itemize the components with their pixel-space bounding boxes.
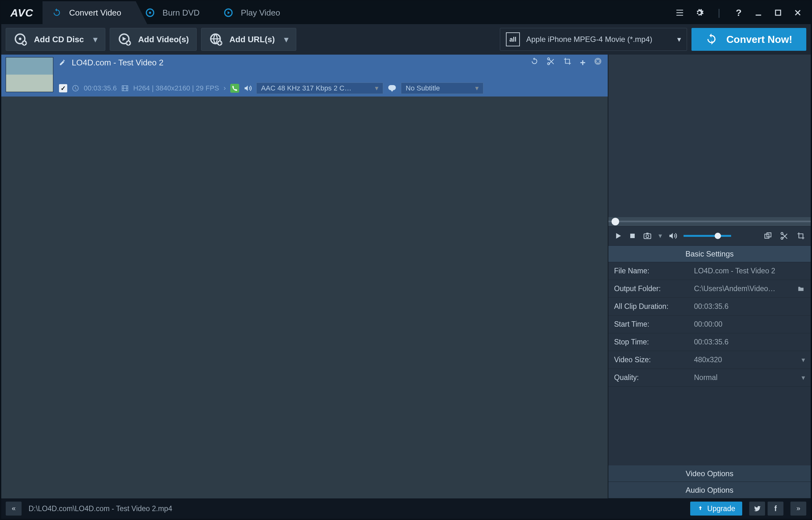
button-label: Upgrade <box>707 504 735 513</box>
button-label: Add CD Disc <box>34 34 84 45</box>
maximize-icon[interactable] <box>773 7 783 18</box>
value[interactable]: 00:00:00 <box>694 320 723 329</box>
svg-rect-3 <box>776 10 781 15</box>
audio-track-select[interactable]: AAC 48 KHz 317 Kbps 2 C… ▾ <box>256 82 383 94</box>
twitter-icon[interactable] <box>749 501 765 516</box>
svg-point-22 <box>781 232 783 235</box>
tab-play-video[interactable]: Play Video <box>214 1 295 24</box>
volume-icon[interactable] <box>668 231 677 240</box>
refresh-icon <box>51 7 62 18</box>
output-profile-select[interactable]: all Apple iPhone MPEG-4 Movie (*.mp4) ▾ <box>500 28 687 51</box>
globe-plus-icon <box>209 32 223 46</box>
clock-icon <box>72 84 79 92</box>
help-icon[interactable]: ? <box>733 7 744 18</box>
gear-icon[interactable] <box>694 7 705 18</box>
caret-down-icon: ▾ <box>677 35 681 44</box>
svg-rect-16 <box>388 85 396 90</box>
upload-icon <box>697 505 703 512</box>
setting-quality[interactable]: Quality: Normal▾ <box>608 369 811 387</box>
button-label: Convert Now! <box>726 34 792 45</box>
add-videos-button[interactable]: Add Video(s) <box>110 28 197 51</box>
svg-point-19 <box>646 235 649 238</box>
label: File Name: <box>608 267 694 275</box>
tab-burn-dvd[interactable]: Burn DVD <box>136 1 214 24</box>
upgrade-button[interactable]: Upgrade <box>690 501 742 516</box>
label: Quality: <box>608 373 694 382</box>
stop-icon[interactable] <box>629 232 636 240</box>
speaker-icon <box>244 84 252 93</box>
disc-plus-icon <box>13 32 28 46</box>
minimize-icon[interactable] <box>753 7 764 18</box>
subtitle-select[interactable]: No Subtitle ▾ <box>401 82 483 94</box>
caret-down-icon: ▾ <box>93 34 97 45</box>
crop-icon[interactable] <box>797 232 805 240</box>
pop-out-icon[interactable] <box>764 232 772 240</box>
value[interactable]: C:\Users\Andem\Video… <box>694 284 776 293</box>
button-label: Add Video(s) <box>138 34 189 45</box>
video-info-text: H264 | 3840x2160 | 29 FPS <box>133 84 219 93</box>
svg-point-5 <box>19 37 21 40</box>
setting-stop-time: Stop Time: 00:03:35.6 <box>608 333 811 351</box>
profile-badge-icon: all <box>506 32 520 46</box>
convert-now-button[interactable]: Convert Now! <box>692 28 806 51</box>
caret-down-icon: ▾ <box>375 84 379 93</box>
add-icon[interactable]: + <box>580 57 586 68</box>
play-circle-icon <box>223 7 234 18</box>
value[interactable]: LO4D.com - Test Video 2 <box>694 267 775 275</box>
setting-file-name: File Name: LO4D.com - Test Video 2 <box>608 262 811 280</box>
video-preview <box>608 55 811 217</box>
collapse-left-button[interactable]: « <box>6 501 22 516</box>
svg-point-11 <box>548 58 550 60</box>
facebook-icon[interactable]: f <box>767 501 783 516</box>
audio-label: AAC 48 KHz 317 Kbps 2 C… <box>261 84 352 93</box>
value: 00:03:35.6 <box>694 302 729 311</box>
menu-icon[interactable] <box>674 7 685 18</box>
app-logo: AVC <box>1 1 43 24</box>
setting-video-size[interactable]: Video Size: 480x320▾ <box>608 351 811 369</box>
caret-down-icon: ▾ <box>475 84 479 93</box>
play-icon[interactable] <box>614 232 622 240</box>
scissors-icon[interactable] <box>547 57 555 68</box>
video-plus-icon <box>118 32 132 46</box>
value: Normal <box>694 373 718 382</box>
label: All Clip Duration: <box>608 302 694 311</box>
volume-slider[interactable] <box>683 235 731 237</box>
pencil-icon[interactable] <box>59 59 66 66</box>
folder-icon[interactable] <box>797 285 805 292</box>
add-urls-button[interactable]: Add URL(s) ▾ <box>201 28 296 51</box>
divider: | <box>714 7 724 18</box>
remove-icon[interactable] <box>594 57 602 68</box>
crop-icon[interactable] <box>563 57 571 68</box>
scissors-icon[interactable] <box>780 232 788 240</box>
status-path: D:\LO4D.com\LO4D.com - Test Video 2.mp4 <box>29 504 683 513</box>
svg-rect-17 <box>630 234 635 238</box>
value[interactable]: 00:03:35.6 <box>694 338 729 346</box>
phone-icon <box>230 84 239 93</box>
refresh-icon <box>705 33 718 46</box>
svg-point-23 <box>781 237 783 239</box>
svg-point-1 <box>149 12 151 14</box>
video-item[interactable]: LO4D.com - Test Video 2 + ✓ 00:03:35.6 <box>1 55 608 97</box>
checkbox-icon[interactable]: ✓ <box>59 84 67 93</box>
expand-right-button[interactable]: » <box>790 501 806 516</box>
tab-label: Convert Video <box>69 8 121 18</box>
video-options-header[interactable]: Video Options <box>608 465 811 482</box>
disc-icon <box>145 7 156 18</box>
seek-slider[interactable] <box>608 217 811 226</box>
basic-settings-header: Basic Settings <box>608 246 811 262</box>
tab-convert-video[interactable]: Convert Video <box>43 1 136 24</box>
profile-label: Apple iPhone MPEG-4 Movie (*.mp4) <box>526 35 671 44</box>
audio-options-header[interactable]: Audio Options <box>608 482 811 498</box>
label: Output Folder: <box>608 284 694 293</box>
caret-down-icon: ▾ <box>802 356 805 364</box>
value: 480x320 <box>694 356 722 364</box>
add-cd-disc-button[interactable]: Add CD Disc ▾ <box>6 28 105 51</box>
close-icon[interactable] <box>792 7 803 18</box>
video-thumbnail <box>6 57 53 92</box>
svg-point-12 <box>548 62 550 65</box>
snapshot-icon[interactable] <box>643 232 652 240</box>
caret-down-icon[interactable]: ▾ <box>659 232 662 240</box>
film-icon <box>121 84 129 92</box>
video-title: LO4D.com - Test Video 2 <box>72 58 164 68</box>
refresh-icon[interactable] <box>530 57 539 68</box>
